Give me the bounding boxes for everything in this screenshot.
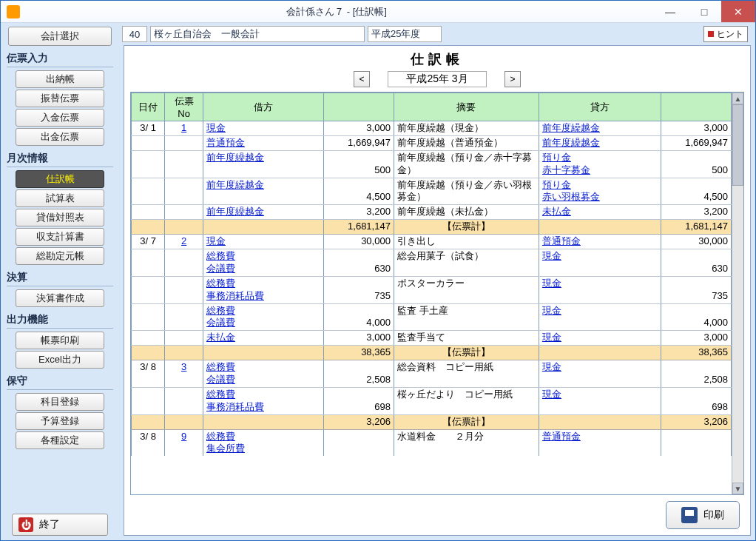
nav-closing-report[interactable]: 決算書作成 — [16, 289, 104, 307]
section-monthly: 月次情報 — [7, 152, 113, 167]
col-slip-no: 伝票No — [165, 93, 203, 121]
scroll-up-arrow[interactable]: ▲ — [732, 93, 743, 104]
account-link[interactable]: 現金 — [206, 122, 226, 133]
nav-receipt-slip[interactable]: 入金伝票 — [16, 109, 104, 127]
nav-income-statement[interactable]: 収支計算書 — [16, 228, 104, 246]
account-link[interactable]: 前年度繰越金 — [206, 206, 264, 217]
account-link[interactable]: 総務費事務消耗品費 — [206, 278, 264, 301]
printer-icon — [681, 507, 698, 523]
scroll-down-arrow[interactable]: ▼ — [732, 483, 743, 494]
exit-label: 終了 — [39, 518, 60, 531]
table-row: 前年度繰越金3,200前年度繰越（未払金）未払金3,200 — [132, 205, 732, 220]
accounting-select-button[interactable]: 会計選択 — [8, 27, 112, 46]
slip-link[interactable]: 1 — [181, 122, 186, 133]
exit-button[interactable]: ⏻ 終了 — [12, 514, 108, 536]
section-closing: 決算 — [7, 271, 113, 286]
next-month-button[interactable]: > — [504, 71, 521, 87]
print-button[interactable]: 印刷 — [666, 501, 740, 529]
account-link[interactable]: 総務費会議費 — [206, 305, 235, 329]
vertical-scrollbar[interactable]: ▲ ▼ — [732, 93, 743, 494]
slip-link[interactable]: 2 — [181, 235, 186, 246]
fiscal-year: 平成25年度 — [368, 26, 442, 42]
table-row: 3/ 83総務費会議費2,508総会資料 コピー用紙現金2,508 — [132, 360, 732, 388]
account-link[interactable]: 総務費会議費 — [206, 361, 235, 385]
close-button[interactable]: ✕ — [721, 1, 755, 22]
table-row: 未払金3,000監査手当て現金3,000 — [132, 331, 732, 346]
slip-link[interactable]: 9 — [181, 431, 186, 442]
maximize-button[interactable]: □ — [687, 1, 721, 22]
account-link[interactable]: 総務費会議費 — [206, 250, 235, 274]
title-bar: 会計係さん７ - [仕訳帳] — □ ✕ — [1, 1, 755, 23]
journal-table-wrap: 日付 伝票No 借方 摘要 貸方 3/ 11現金3,000前年度繰越（現金）前年… — [130, 92, 744, 495]
account-link[interactable]: 普通預金 — [206, 137, 245, 148]
account-link[interactable]: 前年度繰越金 — [206, 179, 264, 190]
journal-table: 日付 伝票No 借方 摘要 貸方 3/ 11現金3,000前年度繰越（現金）前年… — [131, 93, 732, 456]
col-summary: 摘要 — [394, 93, 539, 121]
section-maint: 保守 — [7, 374, 113, 390]
org-name: 桜ヶ丘自治会 一般会計 — [150, 26, 365, 42]
power-icon: ⏻ — [18, 517, 33, 532]
nav-cashbook[interactable]: 出納帳 — [16, 70, 104, 88]
nav-excel-export[interactable]: Excel出力 — [16, 351, 104, 369]
account-link[interactable]: 未払金 — [206, 332, 235, 343]
table-row: 総務費事務消耗品費735ポスターカラー現金735 — [132, 276, 732, 303]
col-credit: 貸方 — [539, 93, 661, 121]
nav-settings[interactable]: 各種設定 — [16, 431, 104, 449]
table-row: 3,206【伝票計】3,206 — [132, 414, 732, 429]
print-label: 印刷 — [703, 508, 724, 522]
account-link[interactable]: 普通預金 — [542, 235, 581, 246]
table-row: 前年度繰越金500前年度繰越（預り金／赤十字募金）預り金赤十字募金500 — [132, 150, 732, 178]
prev-month-button[interactable]: < — [354, 71, 370, 87]
hint-button[interactable]: ヒント — [703, 26, 748, 42]
scroll-thumb[interactable] — [732, 104, 743, 186]
section-slip-input: 伝票入力 — [7, 52, 113, 67]
account-link[interactable]: 預り金赤十字募金 — [542, 152, 590, 175]
nav-payment-slip[interactable]: 出金伝票 — [16, 128, 104, 146]
nav-transfer-slip[interactable]: 振替伝票 — [16, 90, 104, 107]
page-title: 仕訳帳 — [124, 50, 750, 68]
app-icon — [7, 5, 20, 19]
nav-general-ledger[interactable]: 総勘定元帳 — [16, 247, 104, 265]
account-link[interactable]: 普通預金 — [542, 431, 581, 442]
window-title: 会計係さん７ - [仕訳帳] — [20, 5, 653, 19]
col-credit-amt — [661, 93, 732, 121]
account-link[interactable]: 前年度繰越金 — [542, 122, 600, 133]
sidebar: 会計選択 伝票入力 出納帳 振替伝票 入金伝票 出金伝票 月次情報 仕訳帳 試算… — [1, 23, 119, 540]
account-link[interactable]: 現金 — [542, 332, 561, 343]
minimize-button[interactable]: — — [653, 1, 687, 22]
account-link[interactable]: 前年度繰越金 — [206, 152, 264, 163]
table-row: 総務費会議費630総会用菓子（試食）現金630 — [132, 249, 732, 277]
table-row: 総務費事務消耗品費698桜ヶ丘だより コピー用紙現金698 — [132, 387, 732, 414]
account-link[interactable]: 現金 — [542, 278, 561, 289]
table-row: 3/ 72現金30,000引き出し普通預金30,000 — [132, 235, 732, 249]
org-code: 40 — [122, 26, 147, 42]
col-date: 日付 — [132, 93, 165, 121]
col-debit-amt — [323, 93, 394, 121]
nav-budget-register[interactable]: 予算登録 — [16, 412, 104, 430]
nav-print-forms[interactable]: 帳票印刷 — [16, 332, 104, 349]
nav-balance-sheet[interactable]: 貸借対照表 — [16, 209, 104, 226]
table-row: 38,365【伝票計】38,365 — [132, 346, 732, 360]
nav-journal[interactable]: 仕訳帳 — [16, 170, 104, 188]
info-bar: 40 桜ヶ丘自治会 一般会計 平成25年度 ヒント — [119, 23, 755, 45]
account-link[interactable]: 現金 — [542, 305, 561, 316]
nav-account-register[interactable]: 科目登録 — [16, 393, 104, 411]
nav-trial-balance[interactable]: 試算表 — [16, 189, 104, 207]
col-debit: 借方 — [203, 93, 323, 121]
account-link[interactable]: 未払金 — [542, 206, 571, 217]
account-link[interactable]: 総務費集会所費 — [206, 431, 245, 454]
account-link[interactable]: 預り金赤い羽根募金 — [542, 179, 600, 203]
account-link[interactable]: 現金 — [206, 235, 226, 246]
slip-link[interactable]: 3 — [181, 361, 186, 372]
table-row: 前年度繰越金4,500前年度繰越（預り金／赤い羽根募金）預り金赤い羽根募金4,5… — [132, 178, 732, 205]
content-panel: 仕訳帳 < 平成25年 3月 > 日付 伝票No 借方 — [124, 45, 751, 536]
account-link[interactable]: 現金 — [542, 361, 561, 372]
account-link[interactable]: 現金 — [542, 389, 561, 400]
table-row: 普通預金1,669,947前年度繰越（普通預金）前年度繰越金1,669,947 — [132, 135, 732, 150]
account-link[interactable]: 現金 — [542, 250, 561, 261]
table-row: 3/ 89総務費集会所費水道料金 ２月分普通預金 — [132, 429, 732, 456]
account-link[interactable]: 前年度繰越金 — [542, 137, 600, 148]
section-output: 出力機能 — [7, 313, 113, 329]
account-link[interactable]: 総務費事務消耗品費 — [206, 389, 264, 412]
table-row: 1,681,147【伝票計】1,681,147 — [132, 220, 732, 235]
